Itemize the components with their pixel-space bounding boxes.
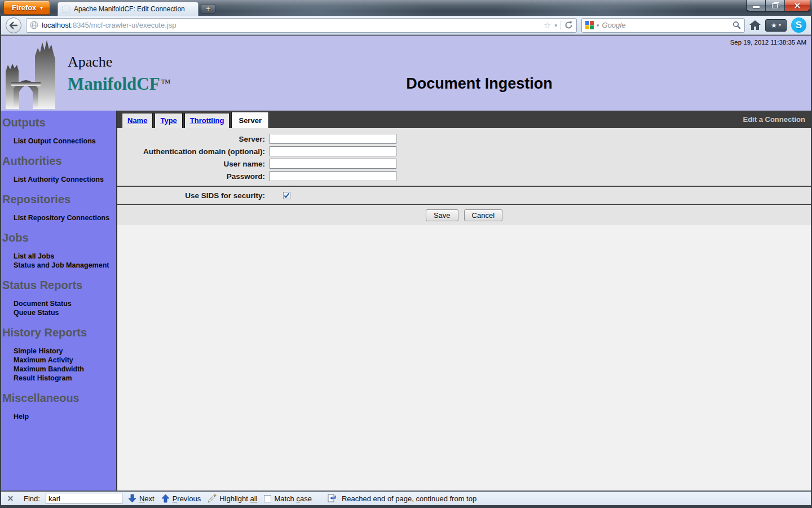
sidebar-header-authorities: Authorities [2, 155, 116, 167]
server-label: Server: [117, 135, 265, 143]
find-previous-button[interactable]: Previous [161, 494, 201, 503]
firefox-menu-button[interactable]: Firefox ▾ [3, 1, 50, 15]
navigation-toolbar: localhost:8345/mcf-crawler-ui/execute.js… [1, 16, 811, 35]
sidebar-item-queue-status[interactable]: Queue Status [1, 308, 116, 317]
close-button[interactable] [785, 0, 810, 11]
tab-type[interactable]: Type [155, 113, 182, 128]
search-box[interactable]: ▾ [581, 18, 745, 33]
edit-connection-label: Edit a Connection [743, 115, 811, 124]
url-text: localhost:8345/mcf-crawler-ui/execute.js… [42, 21, 540, 29]
window-frame: localhost:8345/mcf-crawler-ui/execute.js… [0, 16, 812, 505]
page-header: Sep 19, 2012 11:38:35 AM Apache Manifol [1, 35, 811, 111]
match-case-checkbox[interactable] [264, 495, 271, 502]
manifoldcf-logo: Apache ManifoldCFTM [3, 37, 170, 110]
find-wrap-status: Reached end of page, continued from top [328, 494, 476, 503]
tab-throttling[interactable]: Throttling [184, 113, 230, 128]
back-button[interactable] [6, 17, 21, 33]
find-bar: Find: Next Previous Highlight all Match … [1, 491, 811, 505]
timestamp: Sep 19, 2012 11:38:35 AM [730, 39, 806, 46]
window-controls [746, 0, 810, 11]
sidebar-section-repositories: Repositories List Repository Connections [1, 193, 116, 222]
reload-icon[interactable] [564, 21, 573, 29]
auth-domain-field[interactable] [270, 146, 396, 156]
match-case-label: Match case [274, 494, 311, 503]
user-name-field[interactable] [270, 159, 396, 169]
form-row-password: Password: [117, 170, 811, 182]
match-case-toggle[interactable]: Match case [264, 494, 311, 503]
sidebar-item-maximum-bandwidth[interactable]: Maximum Bandwidth [1, 365, 116, 374]
sidebar-section-jobs: Jobs List all Jobs Status and Job Manage… [1, 231, 116, 270]
cancel-button[interactable]: Cancel [464, 209, 502, 221]
browser-window: Firefox ▾ Apache ManifoldCF: Edit Connec… [0, 0, 812, 508]
server-form: Server: Authentication domain (optional)… [117, 128, 811, 225]
sidebar-item-document-status[interactable]: Document Status [1, 299, 116, 308]
bookmark-star-icon[interactable]: ☆ [544, 21, 551, 29]
minimize-button[interactable] [747, 0, 766, 11]
divider [561, 21, 561, 30]
search-engine-dropdown-icon[interactable]: ▾ [597, 23, 599, 28]
sidebar-item-list-authority-connections[interactable]: List Authority Connections [1, 175, 116, 184]
tab-server[interactable]: Server [231, 112, 268, 128]
sids-label: Use SIDS for security: [117, 191, 265, 200]
skype-icon[interactable]: S [791, 17, 806, 33]
chevron-down-icon: ▾ [779, 23, 781, 28]
restore-icon [772, 2, 779, 8]
title-bar: Firefox ▾ Apache ManifoldCF: Edit Connec… [0, 0, 812, 16]
highlight-all-button[interactable]: Highlight all [208, 494, 257, 503]
sidebar-section-status-reports: Status Reports Document Status Queue Sta… [1, 279, 116, 317]
sids-checkbox[interactable] [283, 192, 290, 199]
home-button[interactable] [749, 20, 761, 30]
globe-icon [30, 21, 38, 29]
new-tab-button[interactable]: + [201, 4, 215, 14]
password-field[interactable] [270, 171, 396, 181]
connection-tab-bar: Name Type Throttling Server Edit a Conne… [117, 111, 811, 128]
browser-tab[interactable]: Apache ManifoldCF: Edit Connection [58, 2, 198, 16]
firefox-menu-label: Firefox [12, 3, 36, 12]
field-rows: Server: Authentication domain (optional)… [117, 128, 811, 186]
search-icon[interactable] [732, 21, 741, 29]
highlight-all-label: Highlight all [219, 494, 257, 503]
bookmarks-button[interactable]: ★ ▾ [765, 19, 787, 32]
server-field[interactable] [270, 134, 396, 144]
chevron-down-icon: ▾ [40, 5, 43, 11]
find-next-button[interactable]: Next [128, 494, 155, 503]
arrow-down-icon [128, 494, 136, 503]
sidebar: Outputs List Output Connections Authorit… [1, 111, 117, 491]
minimize-icon [753, 6, 760, 8]
close-icon [793, 2, 801, 10]
back-arrow-icon [9, 21, 18, 29]
sidebar-item-list-output-connections[interactable]: List Output Connections [1, 137, 116, 146]
sidebar-item-list-all-jobs[interactable]: List all Jobs [1, 252, 116, 261]
star-icon: ★ [771, 22, 777, 29]
arrow-up-icon [161, 494, 170, 503]
sidebar-item-result-histogram[interactable]: Result Histogram [1, 374, 116, 383]
find-status-message: Reached end of page, continued from top [342, 494, 476, 503]
restore-button[interactable] [766, 0, 785, 11]
find-next-label: Next [139, 494, 155, 503]
find-close-button[interactable] [7, 494, 15, 502]
sidebar-item-maximum-activity[interactable]: Maximum Activity [1, 356, 116, 365]
find-input[interactable] [46, 493, 122, 504]
home-icon [749, 20, 761, 30]
window-bottom-border [0, 505, 812, 508]
url-dropdown-icon[interactable]: ▾ [554, 23, 557, 28]
tab-name[interactable]: Name [122, 113, 153, 128]
sidebar-header-status-reports: Status Reports [2, 279, 116, 291]
url-bar[interactable]: localhost:8345/mcf-crawler-ui/execute.js… [26, 18, 577, 33]
button-row: Save Cancel [117, 205, 811, 225]
url-path: :8345/mcf-crawler-ui/execute.jsp [70, 21, 176, 29]
wrap-around-icon [328, 494, 337, 503]
sidebar-item-help[interactable]: Help [1, 412, 116, 421]
sidebar-section-outputs: Outputs List Output Connections [1, 116, 116, 146]
sidebar-header-miscellaneous: Miscellaneous [2, 392, 116, 404]
sidebar-item-list-repository-connections[interactable]: List Repository Connections [1, 213, 116, 222]
form-row-sids: Use SIDS for security: [117, 187, 811, 204]
auth-domain-label: Authentication domain (optional): [117, 147, 265, 156]
save-button[interactable]: Save [426, 209, 458, 221]
sidebar-item-simple-history[interactable]: Simple History [1, 347, 116, 356]
logo-apache: Apache [68, 54, 170, 71]
sidebar-item-status-and-job-management[interactable]: Status and Job Management [1, 261, 116, 270]
user-name-label: User name: [117, 160, 265, 168]
search-input[interactable] [602, 21, 730, 29]
sidebar-section-authorities: Authorities List Authority Connections [1, 155, 116, 184]
